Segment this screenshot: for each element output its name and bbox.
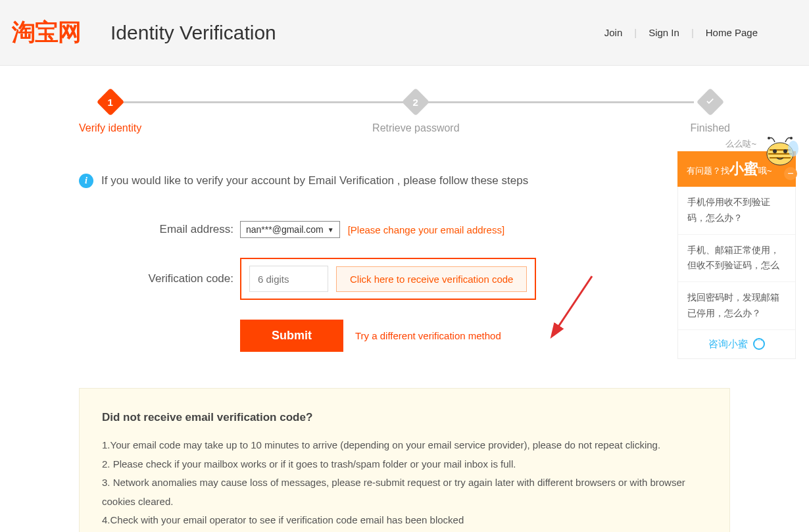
code-row: Verification code: Click here to receive…	[128, 258, 730, 300]
email-label: Email address:	[128, 223, 233, 236]
svg-point-2	[783, 149, 787, 153]
help-title: Did not receive email verification code?	[102, 407, 707, 428]
step-badge-3	[697, 88, 724, 116]
svg-point-5	[790, 137, 793, 139]
step-badge-1: 1	[96, 88, 124, 116]
top-nav: Join | Sign In | Home Page	[593, 27, 770, 38]
email-select[interactable]: nan***@gmail.com ▼	[240, 221, 340, 238]
header-bar: 淘宝网 Identity Verification Join | Sign In…	[0, 0, 809, 66]
email-value: nan***@gmail.com	[246, 224, 324, 235]
help-line: 4.Check with your email operator to see …	[102, 511, 707, 530]
faq-item[interactable]: 找回密码时，发现邮箱已停用，怎么办？	[678, 282, 795, 330]
page-title: Identity Verification	[110, 22, 276, 44]
verification-code-input[interactable]	[249, 266, 328, 292]
step-3: Finished	[691, 92, 730, 134]
step-label-2: Retrieve password	[372, 122, 460, 134]
verification-form: Email address: nan***@gmail.com ▼ [Pleas…	[128, 221, 730, 352]
step-badge-2: 2	[402, 88, 429, 116]
submit-row: Submit Try a different verification meth…	[240, 320, 730, 352]
check-icon	[706, 97, 715, 108]
highlight-box: Click here to receive verification code	[240, 258, 536, 300]
info-row: i If you would like to verify your accou…	[79, 174, 730, 188]
email-row: Email address: nan***@gmail.com ▼ [Pleas…	[128, 221, 730, 238]
step-label-3: Finished	[691, 122, 730, 134]
widget-body: 手机停用收不到验证码，怎么办？ 手机、邮箱正常使用，但收不到验证码，怎么 找回密…	[677, 187, 796, 359]
widget-header-pre: 有问题？找	[687, 165, 729, 177]
help-line: 2. Please check if your mailbox works or…	[102, 455, 707, 474]
help-panel: Did not receive email verification code?…	[79, 388, 730, 532]
faq-item[interactable]: 手机停用收不到验证码，怎么办？	[678, 187, 795, 235]
nav-home[interactable]: Home Page	[694, 27, 770, 38]
nav-join[interactable]: Join	[593, 27, 635, 38]
help-widget: 么么哒~ − 有问题？找 小蜜 哦~ 手机停用收不到验证码，怎么办？ 手机、邮箱…	[677, 138, 796, 359]
consult-label: 咨询小蜜	[708, 338, 748, 351]
svg-point-1	[773, 149, 777, 153]
svg-point-4	[768, 137, 770, 139]
faq-item[interactable]: 手机、邮箱正常使用，但收不到验证码，怎么	[678, 235, 795, 283]
widget-header-big: 小蜜	[729, 159, 758, 179]
step-indicator: 1 Verify identity 2 Retrieve password Fi…	[79, 92, 730, 134]
consult-link[interactable]: 咨询小蜜	[678, 330, 795, 358]
taobao-logo[interactable]: 淘宝网	[12, 16, 81, 49]
alt-method-link[interactable]: Try a different verification method	[355, 330, 501, 341]
nav-signin[interactable]: Sign In	[637, 27, 691, 38]
step-2: 2 Retrieve password	[372, 92, 460, 134]
bee-mascot-icon	[760, 132, 800, 171]
submit-button[interactable]: Submit	[240, 320, 343, 352]
step-1: 1 Verify identity	[79, 92, 141, 134]
info-icon: i	[79, 174, 93, 188]
help-line: 1.Your email code may take up to 10 minu…	[102, 436, 707, 455]
help-line: 3. Network anomalies may cause loss of m…	[102, 473, 707, 511]
change-email-link[interactable]: [Please change your email address]	[348, 224, 504, 235]
step-label-1: Verify identity	[79, 122, 141, 134]
code-label: Verification code:	[128, 272, 233, 285]
info-text: If you would like to verify your account…	[101, 174, 528, 187]
chat-icon	[753, 338, 765, 350]
chevron-down-icon: ▼	[328, 226, 334, 233]
svg-point-3	[788, 141, 798, 157]
minimize-widget-button[interactable]: −	[784, 167, 797, 180]
receive-code-button[interactable]: Click here to receive verification code	[336, 266, 527, 292]
